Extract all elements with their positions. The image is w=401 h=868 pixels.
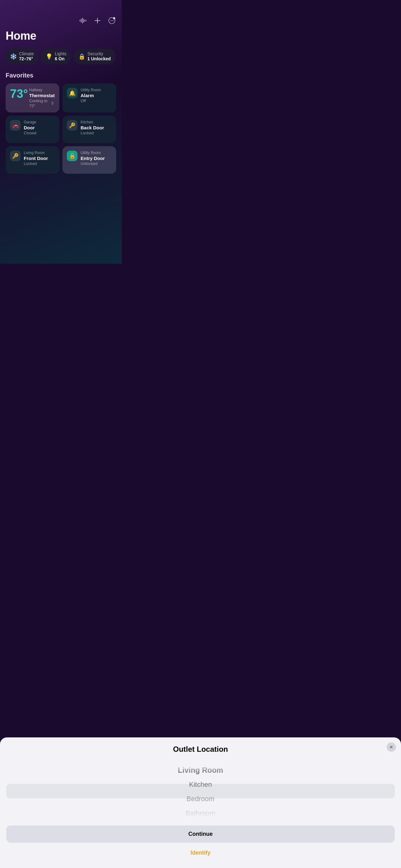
garage-name: Door <box>24 125 55 131</box>
thermostat-status: Cooling to 72° <box>29 98 48 108</box>
mic-icon: 🎙 <box>51 101 55 106</box>
svg-point-10 <box>111 20 112 21</box>
waveform-icon[interactable] <box>79 16 88 25</box>
svg-rect-4 <box>85 20 85 22</box>
front-door-room: Living Room <box>24 151 55 155</box>
entry-door-name: Entry Door <box>80 155 112 161</box>
garage-room: Garage <box>24 120 55 124</box>
svg-point-9 <box>110 20 111 21</box>
security-icon: 🔒 <box>78 53 85 60</box>
security-value: 1 Unlocked <box>88 56 111 62</box>
lights-icon: 💡 <box>45 53 53 60</box>
front-door-icon-wrap: 🔑 <box>10 151 21 161</box>
entry-door-icon: 🔓 <box>69 153 75 159</box>
svg-rect-0 <box>80 20 80 22</box>
page-title: Home <box>6 29 116 42</box>
fav-card-garage-door[interactable]: 🚗 Garage Door Closed <box>6 116 59 143</box>
entry-door-status: Unlocked <box>80 161 112 166</box>
climate-icon: ❄️ <box>10 53 17 60</box>
svg-rect-2 <box>82 18 83 24</box>
svg-rect-5 <box>86 20 87 21</box>
fav-card-utility-entry-door[interactable]: 🔓 Utility Room Entry Door Unlocked <box>63 146 116 174</box>
garage-status: Closed <box>24 131 55 135</box>
add-icon[interactable] <box>93 16 102 25</box>
alarm-icon: 🔔 <box>69 90 75 97</box>
front-door-name: Front Door <box>24 155 55 161</box>
lights-label: Lights <box>55 52 66 56</box>
menu-icon[interactable] <box>107 16 116 25</box>
kitchen-door-status: Locked <box>80 131 112 135</box>
top-bar <box>6 16 116 25</box>
svg-rect-1 <box>81 19 81 23</box>
alarm-name: Alarm <box>80 92 112 99</box>
climate-label: Climate <box>19 52 34 56</box>
fav-card-kitchen-back-door[interactable]: 🔑 Kitchen Back Door Locked <box>63 116 116 143</box>
favorites-heading: Favorites <box>6 72 116 79</box>
garage-icon: 🚗 <box>12 122 19 129</box>
category-lights[interactable]: 💡 Lights 6 On <box>41 49 71 64</box>
fav-card-living-front-door[interactable]: 🔑 Living Room Front Door Locked <box>6 146 59 174</box>
kitchen-door-icon-wrap: 🔑 <box>67 120 77 131</box>
category-row: ❄️ Climate 72–76° 💡 Lights 6 On 🔒 Securi… <box>6 49 116 64</box>
favorites-grid: 73° Hallway Thermostat Cooling to 72° 🎙 … <box>6 84 116 174</box>
thermostat-name: Thermostat <box>29 92 55 99</box>
climate-value: 72–76° <box>19 56 34 62</box>
category-climate[interactable]: ❄️ Climate 72–76° <box>6 49 38 64</box>
entry-door-icon-wrap: 🔓 <box>67 151 77 161</box>
entry-door-room: Utility Room <box>80 151 112 155</box>
svg-rect-3 <box>83 19 84 23</box>
kitchen-door-room: Kitchen <box>80 120 112 124</box>
kitchen-door-icon: 🔑 <box>69 122 75 129</box>
thermostat-room: Hallway <box>29 88 55 92</box>
alarm-room: Utility Room <box>80 88 112 92</box>
lights-value: 6 On <box>55 56 66 62</box>
front-door-status: Locked <box>24 161 55 166</box>
alarm-icon-wrap: 🔔 <box>67 88 77 98</box>
category-security[interactable]: 🔒 Security 1 Unlocked <box>74 49 115 64</box>
front-door-icon: 🔑 <box>12 153 19 159</box>
garage-icon-wrap: 🚗 <box>10 120 21 131</box>
fav-card-utility-alarm[interactable]: 🔔 Utility Room Alarm Off <box>63 84 116 113</box>
security-label: Security <box>88 52 111 56</box>
fav-card-thermostat[interactable]: 73° Hallway Thermostat Cooling to 72° 🎙 <box>6 84 59 113</box>
kitchen-door-name: Back Door <box>80 125 112 131</box>
thermostat-temp: 73° <box>10 88 28 100</box>
alarm-status: Off <box>80 98 112 103</box>
svg-point-11 <box>113 20 113 21</box>
